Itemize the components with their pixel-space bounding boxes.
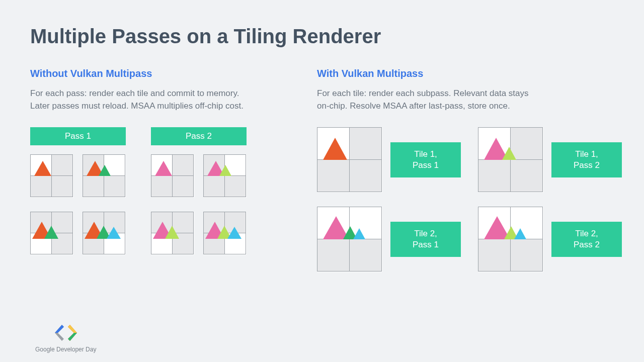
svg-marker-2 bbox=[68, 333, 77, 341]
with-multipass-section: With Vulkan Multipass For each tile: ren… bbox=[317, 68, 629, 272]
pass2-column: Pass 2 bbox=[151, 127, 247, 269]
tile-icon bbox=[317, 127, 382, 193]
pass1-column: Pass 1 bbox=[30, 127, 126, 269]
left-heading: Without Vulkan Multipass bbox=[30, 68, 272, 79]
tile-icon bbox=[83, 154, 126, 198]
tile-icon bbox=[317, 207, 382, 272]
svg-marker-3 bbox=[68, 325, 77, 333]
svg-marker-4 bbox=[55, 325, 64, 333]
tile-icon bbox=[203, 154, 247, 198]
tile2-pass1-item: Tile 2, Pass 1 bbox=[317, 207, 468, 272]
pass1-label: Pass 1 bbox=[30, 127, 126, 145]
tile-icon bbox=[151, 212, 194, 255]
right-body: For each tile: render each subpass. Rele… bbox=[317, 87, 533, 112]
tile-icon bbox=[83, 212, 126, 255]
tile1-pass2-item: Tile 1, Pass 2 bbox=[478, 127, 629, 193]
right-heading: With Vulkan Multipass bbox=[317, 68, 629, 79]
tile1-pass1-item: Tile 1, Pass 1 bbox=[317, 127, 468, 193]
tile2-pass1-label: Tile 2, Pass 1 bbox=[390, 222, 461, 257]
tile-icon bbox=[478, 127, 543, 193]
tile2-pass2-label: Tile 2, Pass 2 bbox=[551, 222, 622, 257]
pass2-label: Pass 2 bbox=[151, 127, 247, 145]
tile-icon bbox=[478, 207, 543, 272]
left-body: For each pass: render each tile and comm… bbox=[30, 87, 247, 112]
tile2-pass2-item: Tile 2, Pass 2 bbox=[478, 207, 629, 272]
tile-icon bbox=[30, 212, 73, 255]
tile1-pass1-label: Tile 1, Pass 1 bbox=[390, 142, 461, 177]
page-title: Multiple Passes on a Tiling Renderer bbox=[30, 25, 614, 48]
tile-icon bbox=[151, 154, 194, 198]
footer-branding: Google Developer Day bbox=[35, 323, 96, 353]
tile-icon bbox=[203, 212, 247, 255]
without-multipass-section: Without Vulkan Multipass For each pass: … bbox=[30, 68, 272, 272]
tile-icon bbox=[30, 154, 73, 198]
tile1-pass2-label: Tile 1, Pass 2 bbox=[551, 142, 622, 177]
footer-text: Google Developer Day bbox=[35, 346, 96, 353]
google-developer-logo-icon bbox=[51, 323, 81, 343]
